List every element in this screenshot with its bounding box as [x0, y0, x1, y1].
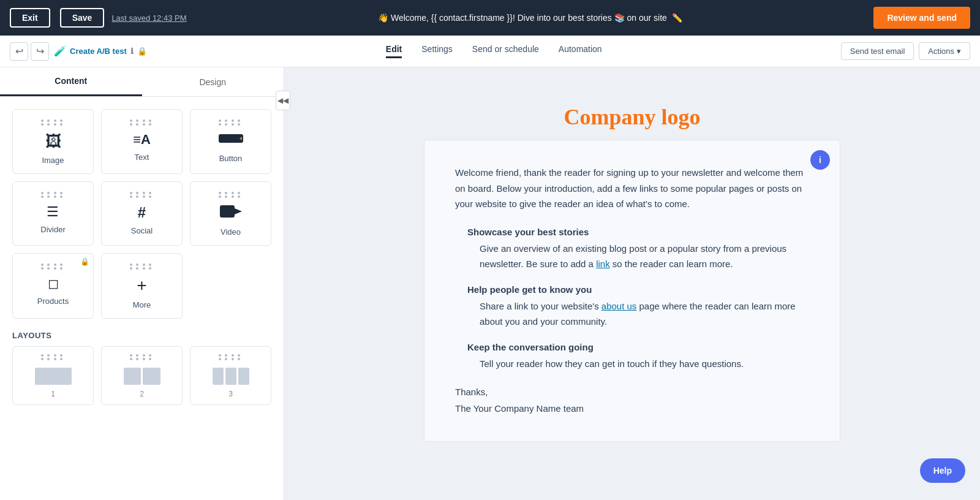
list-item: Keep the conversation going Tell your re… [467, 342, 809, 372]
drag-dots [219, 192, 243, 198]
collapse-panel-button[interactable]: ◀◀ [276, 91, 290, 110]
create-ab-test[interactable]: 🧪 Create A/B test ℹ 🔒 [54, 45, 147, 57]
layout-label-1: 1 [51, 390, 55, 398]
list-item: Showcase your best stories Give an overv… [467, 227, 809, 272]
tab-edit[interactable]: Edit [386, 44, 402, 58]
layout-item-2[interactable]: 2 [101, 346, 183, 405]
content-item-divider[interactable]: ☰ Divider [12, 181, 94, 246]
content-item-image[interactable]: 🖼 Image [12, 109, 94, 174]
list-body-1: Give an overview of an existing blog pos… [467, 241, 809, 272]
drag-dots [130, 119, 154, 126]
email-closing: Thanks, The Your Company Name team [455, 384, 809, 417]
svg-rect-2 [220, 205, 235, 218]
list-title-3: Keep the conversation going [467, 342, 594, 352]
social-icon: # [138, 204, 146, 221]
ab-lock-icon[interactable]: 🔒 [137, 47, 147, 56]
divider-label: Divider [40, 225, 65, 234]
undo-redo: ↩ ↪ [10, 42, 49, 61]
email-canvas-area: Company logo i Welcome friend, thank the… [284, 67, 980, 500]
content-item-text[interactable]: ≡A Text [101, 109, 183, 174]
video-label: Video [221, 227, 241, 237]
email-logo-section: Company logo [424, 86, 840, 140]
content-item-social[interactable]: # Social [101, 181, 183, 246]
content-grid: 🖼 Image ≡A Text [0, 97, 284, 319]
tab-settings[interactable]: Settings [421, 44, 453, 58]
image-icon: 🖼 [45, 132, 61, 151]
review-send-button[interactable]: Review and send [873, 7, 970, 29]
edit-subject-icon[interactable]: ✏️ [672, 13, 682, 23]
drag-dots [41, 192, 66, 198]
drag-dots [130, 263, 154, 270]
list-number: Keep the conversation going [467, 342, 809, 352]
toolbar: ↩ ↪ 🧪 Create A/B test ℹ 🔒 Edit Settings … [0, 36, 980, 67]
actions-button[interactable]: Actions ▾ [919, 42, 970, 60]
info-circle-button[interactable]: i [810, 150, 830, 170]
tab-automation[interactable]: Automation [559, 44, 602, 58]
list-number: Help people get to know you [467, 284, 809, 295]
company-logo: Company logo [424, 104, 840, 130]
image-label: Image [42, 156, 64, 165]
panel-tabs: Content Design [0, 67, 284, 97]
video-icon [220, 204, 242, 222]
drag-dots [219, 354, 243, 360]
layout-label-2: 2 [140, 390, 144, 398]
products-lock-icon: 🔒 [80, 257, 89, 266]
content-item-products[interactable]: 🔒 ◻ Products [12, 253, 94, 319]
content-item-button[interactable]: Button [190, 109, 271, 174]
more-icon: + [137, 276, 146, 295]
layout-preview-2 [124, 368, 160, 385]
left-panel: Content Design 🖼 Image ≡A Text [0, 67, 284, 500]
list-item: Help people get to know you Share a link… [467, 284, 809, 330]
list-number: Showcase your best stories [467, 227, 809, 237]
panel-tab-design[interactable]: Design [142, 67, 284, 96]
layout-item-1[interactable]: 1 [12, 346, 94, 405]
email-canvas: Company logo i Welcome friend, thank the… [424, 86, 840, 442]
tab-send-schedule[interactable]: Send or schedule [472, 44, 539, 58]
create-ab-label: Create A/B test [70, 47, 127, 56]
layouts-grid: 1 2 [0, 346, 284, 417]
list-body-2: Share a link to your website's about us … [467, 298, 809, 330]
drag-dots [130, 354, 154, 360]
list-title-1: Showcase your best stories [467, 227, 589, 237]
last-saved[interactable]: Last saved 12:43 PM [111, 13, 186, 23]
email-subject: 👋 Welcome, {{ contact.firstname }}! Dive… [378, 13, 667, 23]
email-list: Showcase your best stories Give an overv… [455, 227, 809, 372]
content-item-more[interactable]: + More [101, 253, 183, 319]
undo-button[interactable]: ↩ [10, 42, 28, 61]
panel-tab-content[interactable]: Content [0, 67, 142, 96]
toolbar-actions: Send test email Actions ▾ [841, 42, 970, 60]
button-icon [219, 132, 243, 149]
products-label: Products [37, 297, 69, 306]
help-button[interactable]: Help [920, 458, 965, 483]
actions-chevron-icon: ▾ [957, 47, 961, 56]
drag-dots [41, 354, 66, 360]
divider-icon: ☰ [47, 204, 60, 220]
button-label: Button [219, 154, 243, 163]
social-label: Social [131, 226, 153, 235]
svg-marker-3 [235, 208, 242, 214]
layout-preview-1 [35, 368, 72, 385]
flask-icon: 🧪 [54, 45, 66, 57]
drag-dots [41, 263, 66, 270]
link-2[interactable]: about us [601, 301, 637, 311]
email-body: i Welcome friend, thank the reader for s… [424, 140, 840, 442]
layout-item-3[interactable]: 3 [190, 346, 271, 405]
main-tabs: Edit Settings Send or schedule Automatio… [157, 44, 831, 58]
list-body-3: Tell your reader how they can get in tou… [467, 356, 809, 372]
text-icon: ≡A [133, 132, 151, 148]
drag-dots [41, 119, 66, 126]
content-item-video[interactable]: Video [190, 181, 271, 246]
send-test-email-button[interactable]: Send test email [841, 42, 914, 60]
exit-button[interactable]: Exit [10, 8, 50, 28]
products-icon: ◻ [48, 276, 59, 292]
drag-dots [219, 119, 243, 126]
redo-button[interactable]: ↪ [31, 42, 49, 61]
main-layout: Content Design 🖼 Image ≡A Text [0, 67, 980, 500]
list-title-2: Help people get to know you [467, 284, 592, 295]
top-bar: Exit Save Last saved 12:43 PM 👋 Welcome,… [0, 0, 980, 36]
text-label: Text [135, 153, 149, 162]
link-1[interactable]: link [596, 259, 610, 269]
save-button[interactable]: Save [60, 8, 105, 28]
more-label: More [133, 300, 151, 309]
ab-info-icon[interactable]: ℹ [130, 47, 134, 56]
